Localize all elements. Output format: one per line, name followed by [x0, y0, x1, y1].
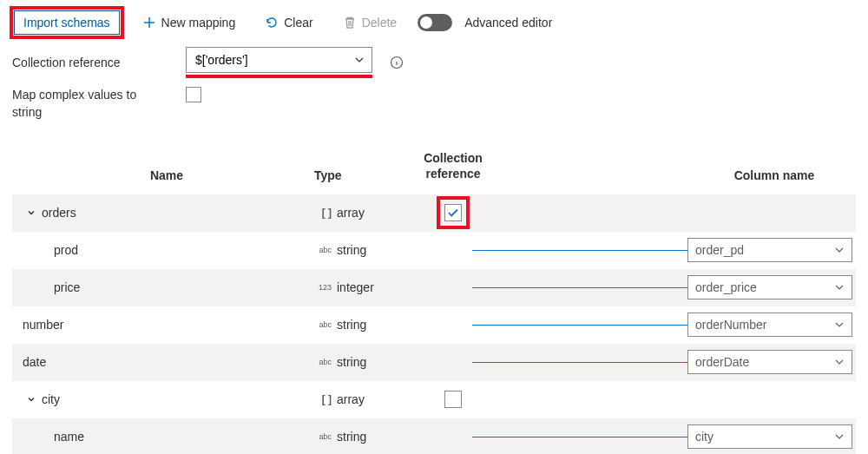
cell-type: abcstring: [314, 430, 410, 444]
cell-name: prod: [19, 243, 314, 257]
clear-button[interactable]: Clear: [256, 10, 321, 35]
import-schemas-button[interactable]: Import schemas: [14, 10, 120, 35]
chevron-down-icon[interactable]: [26, 394, 36, 405]
plus-icon: [142, 16, 156, 30]
cell-column-name: order_pd: [687, 238, 861, 262]
cell-type: abcstring: [314, 243, 410, 257]
delete-label: Delete: [362, 16, 397, 30]
row-name: city: [42, 392, 60, 406]
cell-column-name: orderDate: [687, 350, 861, 374]
mapping-arrow: [496, 381, 687, 418]
chevron-down-icon: [832, 280, 846, 294]
map-complex-checkbox[interactable]: [186, 87, 201, 102]
type-label: string: [337, 243, 366, 257]
new-mapping-button[interactable]: New mapping: [134, 10, 245, 35]
chevron-down-icon[interactable]: [26, 207, 36, 218]
row-name: number: [23, 318, 63, 332]
type-label: array: [337, 206, 365, 220]
column-name-value: order_pd: [695, 243, 744, 257]
column-name-select[interactable]: order_price: [687, 275, 852, 299]
mapping-arrow: [496, 194, 687, 232]
cell-type: abcstring: [314, 355, 410, 369]
cell-name: orders: [19, 206, 314, 220]
chevron-down-icon: [832, 430, 846, 444]
collection-reference-label: Collection reference: [12, 56, 168, 69]
new-mapping-label: New mapping: [161, 16, 236, 30]
map-complex-label: Map complex values to string: [12, 87, 168, 121]
type-badge-icon: 123: [314, 283, 332, 292]
collection-ref-checkbox[interactable]: [444, 204, 462, 221]
trash-icon: [343, 16, 357, 30]
header-collection-ref: Collection reference: [410, 150, 496, 181]
cell-name: date: [19, 355, 314, 369]
info-icon: [390, 56, 404, 69]
type-badge-icon: [ ]: [314, 207, 332, 219]
cell-column-name: orderNumber: [687, 313, 861, 337]
map-complex-row: Map complex values to string: [12, 87, 856, 121]
table-row: prodabcstringorder_pd: [12, 232, 856, 269]
delete-button: Delete: [334, 10, 405, 35]
type-badge-icon: abc: [314, 246, 332, 254]
import-schemas-label: Import schemas: [23, 16, 110, 30]
header-column-name: Column name: [687, 168, 861, 182]
type-label: string: [337, 430, 366, 444]
mapping-table: Name Type Collection reference Column na…: [12, 150, 856, 454]
type-label: string: [337, 318, 366, 332]
table-row: dateabcstringorderDate: [12, 344, 856, 381]
cell-type: [ ]array: [314, 206, 410, 220]
cell-type: [ ]array: [314, 392, 410, 406]
table-header: Name Type Collection reference Column na…: [12, 150, 856, 194]
toolbar: Import schemas New mapping Clear Delete …: [12, 9, 856, 36]
table-row: city[ ]array: [12, 381, 856, 418]
column-name-value: city: [695, 430, 713, 444]
cell-column-name: order_price: [687, 275, 861, 299]
row-name: date: [23, 355, 46, 369]
column-name-select[interactable]: orderNumber: [687, 313, 852, 337]
type-badge-icon: abc: [314, 320, 332, 329]
table-row: price123integerorder_price: [12, 269, 856, 306]
type-label: string: [337, 355, 366, 369]
advanced-editor-toggle[interactable]: [418, 14, 452, 31]
mapping-arrow: [496, 418, 687, 454]
cell-name: number: [19, 318, 314, 332]
cell-collection-ref: [410, 391, 496, 408]
chevron-down-icon: [832, 355, 846, 369]
row-name: name: [54, 430, 84, 444]
mapping-arrow: [496, 269, 687, 306]
table-row: orders[ ]array: [12, 194, 856, 232]
cell-name: price: [19, 280, 314, 294]
cell-name: city: [19, 392, 314, 406]
header-type: Type: [314, 168, 410, 182]
table-row: numberabcstringorderNumber: [12, 306, 856, 344]
collection-reference-input[interactable]: [186, 47, 372, 73]
collection-ref-checkbox[interactable]: [444, 391, 462, 408]
header-name: Name: [19, 168, 314, 182]
type-badge-icon: abc: [314, 358, 332, 366]
type-label: integer: [337, 280, 374, 294]
type-badge-icon: [ ]: [314, 393, 332, 405]
type-label: array: [337, 392, 365, 406]
collection-reference-select[interactable]: [186, 53, 372, 67]
mapping-arrow: [496, 306, 687, 344]
column-name-value: orderDate: [695, 355, 749, 369]
chevron-down-icon: [832, 243, 846, 257]
collection-reference-row: Collection reference: [12, 47, 856, 78]
row-name: price: [54, 280, 80, 294]
mapping-arrow: [496, 232, 687, 269]
cell-type: abcstring: [314, 318, 410, 332]
column-name-select[interactable]: city: [687, 424, 852, 449]
cell-column-name: city: [687, 424, 861, 449]
chevron-down-icon: [832, 318, 846, 332]
column-name-select[interactable]: order_pd: [687, 238, 852, 262]
column-name-select[interactable]: orderDate: [687, 350, 852, 374]
clear-label: Clear: [284, 16, 312, 30]
row-name: orders: [42, 206, 76, 220]
type-badge-icon: abc: [314, 432, 332, 441]
check-icon: [447, 207, 459, 219]
cell-type: 123integer: [314, 280, 410, 294]
row-name: prod: [54, 243, 78, 257]
cell-collection-ref: [410, 199, 496, 227]
column-name-value: orderNumber: [695, 318, 766, 332]
table-row: nameabcstringcity: [12, 418, 856, 454]
mapping-arrow: [496, 344, 687, 381]
